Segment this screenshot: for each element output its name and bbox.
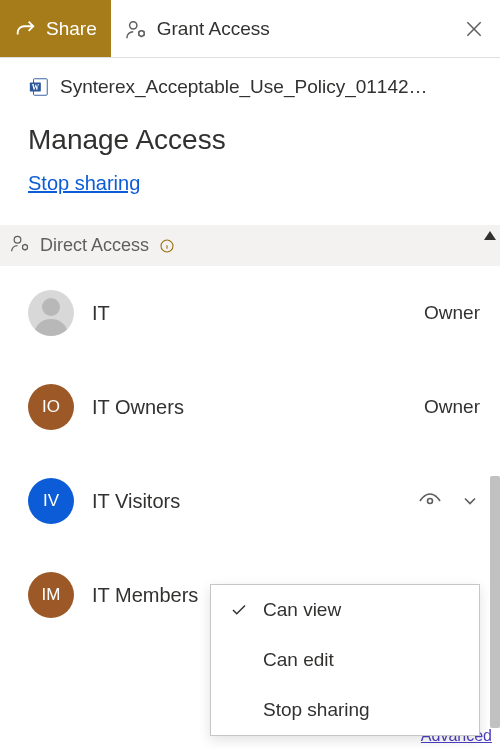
- svg-point-8: [42, 298, 60, 316]
- dropdown-can-view[interactable]: Can view: [211, 585, 479, 635]
- close-button[interactable]: [462, 17, 486, 41]
- avatar: [28, 290, 74, 336]
- tab-share[interactable]: Share: [0, 0, 111, 57]
- avatar: IV: [28, 478, 74, 524]
- view-permission-icon[interactable]: [418, 489, 442, 513]
- section-title: Direct Access: [40, 235, 149, 256]
- permission-dropdown: Can view Can edit Stop sharing: [210, 584, 480, 736]
- permission-dropdown-button[interactable]: [460, 491, 480, 511]
- dropdown-item-label: Can view: [263, 599, 341, 621]
- section-direct-access[interactable]: Direct Access: [0, 225, 500, 266]
- avatar: IM: [28, 572, 74, 618]
- svg-point-1: [138, 30, 144, 36]
- tab-grant-access[interactable]: Grant Access: [111, 0, 284, 57]
- entity-name: IT Visitors: [92, 490, 400, 513]
- entity-name: IT: [92, 302, 406, 325]
- entity-role: Owner: [424, 302, 480, 324]
- share-icon: [14, 18, 36, 40]
- dropdown-stop-sharing[interactable]: Stop sharing: [211, 685, 479, 735]
- dropdown-item-label: Can edit: [263, 649, 334, 671]
- tab-share-label: Share: [46, 18, 97, 40]
- list-item: IO IT Owners Owner: [0, 360, 500, 454]
- file-row: W Synterex_Acceptable_Use_Policy_01142…: [0, 58, 500, 104]
- file-name: Synterex_Acceptable_Use_Policy_01142…: [60, 76, 428, 98]
- expand-indicator-icon: [484, 231, 496, 240]
- person-gear-icon: [125, 18, 147, 40]
- info-icon[interactable]: [159, 238, 175, 254]
- list-item: IV IT Visitors: [0, 454, 500, 548]
- dropdown-item-label: Stop sharing: [263, 699, 370, 721]
- svg-point-5: [14, 236, 21, 243]
- svg-point-0: [129, 21, 136, 28]
- entity-name: IT Owners: [92, 396, 406, 419]
- svg-point-9: [428, 499, 433, 504]
- page-title: Manage Access: [0, 104, 500, 166]
- svg-text:W: W: [32, 83, 40, 92]
- word-document-icon: W: [28, 76, 50, 98]
- scrollbar-thumb[interactable]: [490, 476, 500, 728]
- tab-bar: Share Grant Access: [0, 0, 500, 58]
- list-item: IT Owner: [0, 266, 500, 360]
- entity-role: Owner: [424, 396, 480, 418]
- stop-sharing-link[interactable]: Stop sharing: [28, 172, 140, 195]
- checkmark-icon: [229, 601, 249, 619]
- people-gear-icon: [10, 233, 30, 258]
- avatar: IO: [28, 384, 74, 430]
- dropdown-can-edit[interactable]: Can edit: [211, 635, 479, 685]
- tab-grant-label: Grant Access: [157, 18, 270, 40]
